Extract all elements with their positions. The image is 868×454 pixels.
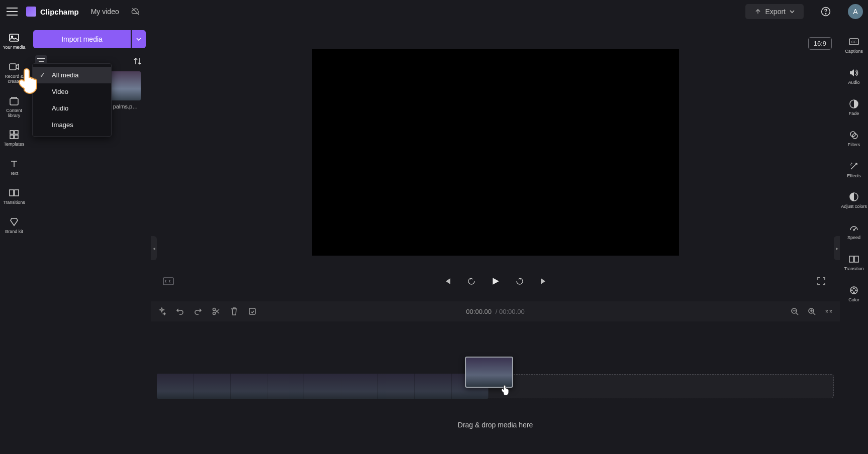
skip-backward-button[interactable] <box>441 275 454 288</box>
timeline-ghost-clip <box>157 374 489 399</box>
right-item-effects[interactable]: Effects <box>841 157 867 183</box>
export-button[interactable]: Export <box>745 4 804 19</box>
text-icon <box>9 158 20 169</box>
crop-button[interactable] <box>247 306 257 316</box>
svg-rect-22 <box>854 256 858 262</box>
sidebar-label: Templates <box>4 142 24 147</box>
right-label: Captions <box>845 49 863 54</box>
sidebar-label: Transitions <box>3 200 25 205</box>
closed-captions-toggle[interactable] <box>163 277 178 285</box>
right-item-captions[interactable]: CC Captions <box>841 32 867 58</box>
right-item-filters[interactable]: Filters <box>841 126 867 152</box>
magic-button[interactable] <box>157 306 167 316</box>
svg-rect-7 <box>10 131 14 134</box>
timeline[interactable]: Drag & drop media here <box>151 321 840 454</box>
top-bar: Clipchamp My video Export A <box>0 0 868 23</box>
zoom-out-button[interactable] <box>790 306 800 316</box>
media-icon <box>9 32 20 43</box>
filter-option-label: All media <box>52 71 78 79</box>
app-logo[interactable]: Clipchamp <box>26 7 79 17</box>
right-label: Fade <box>849 111 859 117</box>
sidebar-item-brand-kit[interactable]: Brand kit <box>1 212 27 239</box>
svg-rect-6 <box>10 98 18 105</box>
right-item-speed[interactable]: Speed <box>841 218 867 245</box>
sort-button[interactable] <box>132 55 144 67</box>
filter-menu: ✓ All media Video Audio Images <box>32 63 112 137</box>
svg-rect-13 <box>163 278 173 285</box>
svg-text:CC: CC <box>851 40 856 44</box>
aspect-ratio-button[interactable]: 16:9 <box>808 37 832 50</box>
filter-option-all-media[interactable]: ✓ All media <box>33 67 111 83</box>
color-icon <box>848 285 859 296</box>
library-icon <box>9 95 20 106</box>
sidebar-item-transitions[interactable]: Transitions <box>1 183 27 209</box>
left-sidebar: Your media Record & create Content libra… <box>0 23 28 454</box>
chevron-down-icon <box>136 37 141 42</box>
delete-button[interactable] <box>229 306 239 316</box>
sidebar-item-templates[interactable]: Templates <box>1 125 27 151</box>
timeline-toolbar: 00:00.00 / 00:00.00 <box>151 301 840 321</box>
right-label: Audio <box>848 80 859 85</box>
svg-rect-8 <box>15 131 18 134</box>
speed-icon <box>848 222 859 234</box>
import-media-button[interactable]: Import media <box>33 30 131 48</box>
svg-rect-11 <box>10 190 14 196</box>
audio-icon <box>848 67 859 78</box>
filter-option-images[interactable]: Images <box>33 117 111 133</box>
filter-option-audio[interactable]: Audio <box>33 100 111 117</box>
sidebar-label: Content library <box>2 108 26 119</box>
preview-area: 16:9 <box>151 30 840 296</box>
svg-rect-9 <box>10 135 14 139</box>
chevron-down-icon <box>790 9 795 14</box>
preview-canvas[interactable] <box>312 49 679 256</box>
timeline-drop-hint: Drag & drop media here <box>151 421 840 429</box>
right-item-color[interactable]: Color <box>841 281 867 307</box>
transitions-icon <box>9 187 20 198</box>
cloud-off-icon <box>131 7 140 16</box>
filter-option-video[interactable]: Video <box>33 83 111 100</box>
right-item-adjust-colors[interactable]: Adjust colors <box>841 187 867 213</box>
templates-icon <box>9 129 20 140</box>
fullscreen-button[interactable] <box>815 275 828 288</box>
skip-forward-button[interactable] <box>537 275 550 288</box>
check-icon: ✓ <box>40 71 47 79</box>
sort-icon <box>134 57 142 65</box>
right-label: Filters <box>848 143 860 148</box>
sidebar-label: Record & create <box>2 74 26 84</box>
import-media-dropdown[interactable] <box>132 30 146 48</box>
logo-icon <box>26 7 36 17</box>
right-label: Color <box>848 298 859 303</box>
split-button[interactable] <box>211 306 221 316</box>
timecode: 00:00.00 / 00:00.00 <box>466 308 524 315</box>
filter-option-label: Images <box>52 121 73 129</box>
sidebar-item-your-media[interactable]: Your media <box>1 28 27 54</box>
brand-icon <box>9 216 20 228</box>
sidebar-item-text[interactable]: Text <box>1 154 27 180</box>
transition-icon <box>848 254 859 265</box>
right-item-fade[interactable]: Fade <box>841 94 867 121</box>
seek-backward-button[interactable] <box>465 275 478 288</box>
export-label: Export <box>765 8 786 16</box>
sidebar-item-content-library[interactable]: Content library <box>1 91 27 123</box>
menu-button[interactable] <box>5 5 19 19</box>
right-item-audio[interactable]: Audio <box>841 63 867 89</box>
svg-point-20 <box>853 230 854 231</box>
sidebar-item-record-create[interactable]: Record & create <box>1 57 27 88</box>
right-item-transition[interactable]: Transition <box>841 250 867 276</box>
right-label: Effects <box>847 174 860 179</box>
help-button[interactable] <box>818 4 834 20</box>
redo-button[interactable] <box>193 306 203 316</box>
captions-icon: CC <box>848 36 859 47</box>
undo-button[interactable] <box>175 306 185 316</box>
play-button[interactable] <box>489 275 502 288</box>
svg-point-26 <box>851 290 852 291</box>
user-avatar[interactable]: A <box>848 4 863 19</box>
effects-icon <box>848 161 859 172</box>
video-title[interactable]: My video <box>91 8 119 16</box>
current-time: 00:00.00 <box>466 308 492 315</box>
camera-icon <box>9 61 20 72</box>
zoom-fit-button[interactable] <box>824 306 834 316</box>
seek-forward-button[interactable] <box>513 275 526 288</box>
zoom-in-button[interactable] <box>807 306 817 316</box>
upload-icon <box>754 8 761 15</box>
